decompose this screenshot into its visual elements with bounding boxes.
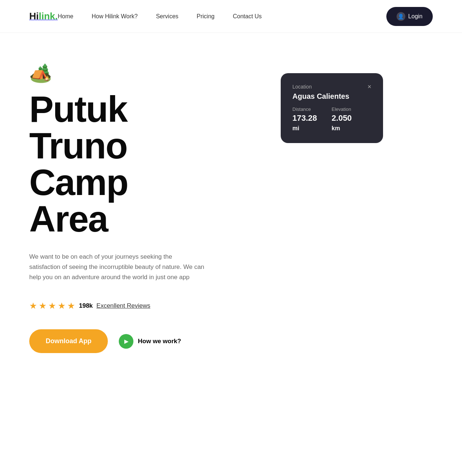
download-label: Download App — [46, 337, 91, 345]
login-button[interactable]: 👤 Login — [386, 7, 433, 26]
how-we-work-button[interactable]: ▶ How we work? — [119, 334, 181, 349]
nav-links: Home How Hilink Work? Services Pricing C… — [58, 13, 386, 20]
star-1: ★ — [29, 301, 37, 311]
camp-icon: 🏕️ — [29, 62, 231, 83]
play-icon: ▶ — [119, 334, 133, 349]
review-count: 198k — [79, 302, 93, 310]
location-card: Location × Aguas Calientes Distance 173.… — [281, 73, 383, 143]
hero-title-line4: Area — [29, 198, 107, 239]
location-label: Location — [292, 84, 312, 90]
nav-item-home[interactable]: Home — [58, 13, 73, 20]
stars-row: ★ ★ ★ ★ ★ 198k Excenllent Reviews — [29, 301, 231, 311]
distance-label: Distance — [292, 106, 317, 112]
distance-stat: Distance 173.28 mi — [292, 106, 317, 133]
card-header: Location × — [292, 83, 371, 90]
place-name: Aguas Calientes — [292, 92, 371, 101]
card-close-button[interactable]: × — [367, 83, 371, 90]
login-label: Login — [408, 13, 423, 20]
download-app-button[interactable]: Download App — [29, 329, 108, 353]
star-3: ★ — [48, 301, 56, 311]
hero-left: 🏕️ Putuk Truno Camp Area We want to be o… — [29, 62, 231, 435]
logo[interactable]: Hilink. — [29, 11, 58, 22]
logo-hi: Hi — [29, 11, 39, 22]
card-stats: Distance 173.28 mi Elevation 2.050 km — [292, 106, 371, 133]
elevation-value: 2.050 km — [332, 113, 352, 133]
user-icon: 👤 — [397, 12, 405, 21]
review-link[interactable]: Excenllent Reviews — [96, 302, 150, 310]
distance-value: 173.28 mi — [292, 113, 317, 133]
nav-item-how[interactable]: How Hilink Work? — [92, 13, 138, 20]
star-rating: ★ ★ ★ ★ ★ — [29, 301, 75, 311]
navbar: Hilink. Home How Hilink Work? Services P… — [0, 0, 462, 33]
hero-description: We want to be on each of your journeys s… — [29, 252, 205, 282]
nav-item-services[interactable]: Services — [156, 13, 178, 20]
nav-item-pricing[interactable]: Pricing — [197, 13, 215, 20]
star-2: ★ — [39, 301, 47, 311]
hero-right: Location × Aguas Calientes Distance 173.… — [231, 62, 433, 435]
how-label: How we work? — [138, 338, 181, 345]
elevation-stat: Elevation 2.050 km — [332, 106, 352, 133]
cta-row: Download App ▶ How we work? — [29, 329, 231, 353]
hero-title-line1: Putuk — [29, 89, 127, 130]
hero-section: 🏕️ Putuk Truno Camp Area We want to be o… — [0, 33, 462, 435]
elevation-label: Elevation — [332, 106, 352, 112]
hero-title: Putuk Truno Camp Area — [29, 91, 231, 237]
nav-item-contact[interactable]: Contact Us — [233, 13, 262, 20]
hero-title-line3: Camp — [29, 162, 128, 203]
logo-dot: . — [55, 11, 58, 22]
star-5: ★ — [67, 301, 75, 311]
logo-link: link — [39, 11, 55, 22]
star-4: ★ — [58, 301, 66, 311]
hero-title-line2: Truno — [29, 125, 127, 166]
